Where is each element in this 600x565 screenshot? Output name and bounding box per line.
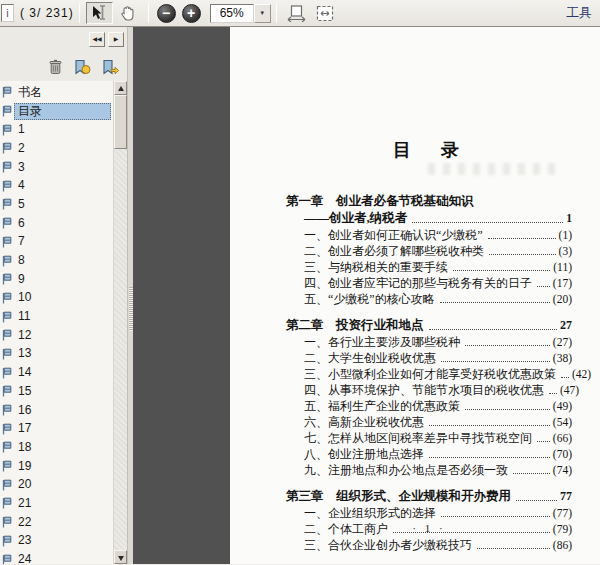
scroll-up-button[interactable] <box>114 81 127 95</box>
trash-icon[interactable] <box>48 59 63 75</box>
page-indicator: ( 3/ 231) <box>20 6 74 20</box>
toc-entry[interactable]: ——创业者,纳税者1 <box>286 210 572 227</box>
toolbar-separator <box>148 3 149 23</box>
toc-item-title: 一、创业者如何正确认识“少缴税” <box>304 227 483 243</box>
toc-page-number: 27 <box>560 317 572 334</box>
toc-entry[interactable]: 三、合伙企业创办者少缴税技巧(86) <box>286 537 572 553</box>
bookmark-item-label: 3 <box>14 159 29 176</box>
bookmark-item-label: 9 <box>14 271 29 288</box>
tools-menu[interactable]: 工具 <box>566 4 592 22</box>
bookmark-add-icon[interactable] <box>74 59 91 75</box>
fit-width-button[interactable] <box>283 2 310 24</box>
dot-leader <box>549 382 557 394</box>
dot-leader <box>465 398 550 410</box>
bookmark-item[interactable]: 目录 <box>0 102 113 121</box>
toc-page-number: (38) <box>553 350 572 366</box>
toc-entry[interactable]: 七、怎样从地区间税率差异中寻找节税空间(66) <box>286 430 572 446</box>
bookmark-flag-icon <box>0 86 14 98</box>
bookmark-flag-icon <box>0 516 14 528</box>
panel-expand-button[interactable]: ▶ <box>108 32 124 47</box>
toc-chapter: 第三章 组织形式、企业规模和开办费用77一、企业组织形式的选择(77)二、个体工… <box>286 488 572 553</box>
toc-entry[interactable]: 二、创业者必须了解哪些税收种类(3) <box>286 243 572 259</box>
toc-entry[interactable]: 一、各行业主要涉及哪些税种(27) <box>286 334 572 350</box>
toc-entry[interactable]: 八、创业注册地点选择(70) <box>286 446 572 462</box>
zoom-out-button[interactable]: − <box>157 4 176 23</box>
bookmark-item[interactable]: 12 <box>0 326 113 345</box>
bookmark-item[interactable]: 22 <box>0 513 113 532</box>
toc-entry[interactable]: 一、企业组织形式的选择(77) <box>286 505 572 521</box>
bookmark-item[interactable]: 24 <box>0 550 113 564</box>
bookmark-item[interactable]: 3 <box>0 158 113 177</box>
select-tool-button[interactable] <box>86 2 113 24</box>
bookmark-item[interactable]: 8 <box>0 251 113 270</box>
toc-entry[interactable]: 第二章 投资行业和地点27 <box>286 317 572 334</box>
bookmark-flag-icon <box>0 292 14 304</box>
bookmark-item-label: 21 <box>14 495 35 512</box>
bookmark-item-label: 22 <box>14 514 35 531</box>
bookmark-item[interactable]: 19 <box>0 457 113 476</box>
dot-leader <box>477 537 550 549</box>
toc-page-number: 77 <box>560 488 572 505</box>
bookmark-item[interactable]: 11 <box>0 307 113 326</box>
bookmark-item[interactable]: 1 <box>0 120 113 139</box>
toc-entry[interactable]: 五、福利生产企业的优惠政策(49) <box>286 398 572 414</box>
table-of-contents: 第一章 创业者必备节税基础知识——创业者,纳税者1一、创业者如何正确认识“少缴税… <box>286 193 572 553</box>
hand-tool-button[interactable] <box>115 2 142 24</box>
toc-entry[interactable]: 第三章 组织形式、企业规模和开办费用77 <box>286 488 572 505</box>
select-tool-icon <box>90 5 108 21</box>
zoom-in-button[interactable]: + <box>182 4 201 23</box>
scroll-down-button[interactable] <box>114 550 127 564</box>
dot-leader <box>488 227 556 239</box>
toc-entry[interactable]: 二、大学生创业税收优惠(38) <box>286 350 572 366</box>
page-number-input[interactable]: i <box>1 4 14 22</box>
scrollbar-track[interactable] <box>114 149 127 550</box>
bookmark-item-label: 5 <box>14 196 29 213</box>
bookmark-item-label: 4 <box>14 177 29 194</box>
bookmark-flag-icon <box>0 385 14 397</box>
toc-entry[interactable]: 六、高新企业税收优惠(54) <box>286 414 572 430</box>
toc-entry[interactable]: 第一章 创业者必备节税基础知识 <box>286 193 572 210</box>
zoom-dropdown-button[interactable]: ▼ <box>254 4 271 23</box>
dot-leader <box>513 462 550 474</box>
toc-entry[interactable]: 九、注册地点和办公地点是否必须一致(74) <box>286 462 572 478</box>
bookmark-export-icon[interactable] <box>102 59 119 75</box>
toc-entry[interactable]: 四、从事环境保护、节能节水项目的税收优惠(47) <box>286 382 572 398</box>
bookmark-item[interactable]: 17 <box>0 419 113 438</box>
bookmark-item[interactable]: 9 <box>0 270 113 289</box>
bookmark-item[interactable]: 20 <box>0 475 113 494</box>
bookmark-flag-icon <box>0 217 14 229</box>
bookmark-item[interactable]: 书名 <box>0 83 113 102</box>
bookmark-item[interactable]: 18 <box>0 438 113 457</box>
bookmark-flag-icon <box>0 554 14 564</box>
dot-leader <box>429 317 558 330</box>
zoom-level-input[interactable]: 65% <box>210 4 254 23</box>
document-viewport[interactable]: 目 录 第一章 创业者必备节税基础知识——创业者,纳税者1一、创业者如何正确认识… <box>133 27 600 564</box>
bookmark-item[interactable]: 23 <box>0 532 113 551</box>
toc-item-title: 四、创业者应牢记的那些与税务有关的日子 <box>304 275 532 291</box>
fit-page-button[interactable] <box>312 2 339 24</box>
bookmark-item[interactable]: 2 <box>0 139 113 158</box>
toc-entry[interactable]: 三、小型微利企业如何才能享受好税收优惠政策(42) <box>286 366 572 382</box>
toc-entry[interactable]: 一、创业者如何正确认识“少缴税”(1) <box>286 227 572 243</box>
bookmark-flag-icon <box>0 311 14 323</box>
bookmark-item[interactable]: 15 <box>0 382 113 401</box>
toc-item-title: 三、合伙企业创办者少缴税技巧 <box>304 537 472 553</box>
toc-entry[interactable]: 三、与纳税相关的重要手续(11) <box>286 259 572 275</box>
bookmark-item[interactable]: 5 <box>0 195 113 214</box>
toc-entry[interactable]: 五、“少缴税”的核心攻略(20) <box>286 291 572 307</box>
bookmark-item[interactable]: 13 <box>0 345 113 364</box>
bookmark-item[interactable]: 14 <box>0 363 113 382</box>
bookmark-item[interactable]: 21 <box>0 494 113 513</box>
scrollbar-thumb[interactable] <box>114 95 127 149</box>
bookmark-flag-icon <box>0 198 14 210</box>
panel-nav: ◀◀ ▶ <box>0 27 127 52</box>
panel-collapse-button[interactable]: ◀◀ <box>89 32 105 47</box>
bookmark-flag-icon <box>0 273 14 285</box>
bookmark-item[interactable]: 6 <box>0 214 113 233</box>
bookmark-item[interactable]: 16 <box>0 401 113 420</box>
bookmark-item[interactable]: 4 <box>0 176 113 195</box>
bookmark-item[interactable]: 7 <box>0 233 113 252</box>
bookmark-item[interactable]: 10 <box>0 289 113 308</box>
toc-entry[interactable]: 四、创业者应牢记的那些与税务有关的日子(17) <box>286 275 572 291</box>
bookmark-scrollbar[interactable] <box>113 81 127 564</box>
